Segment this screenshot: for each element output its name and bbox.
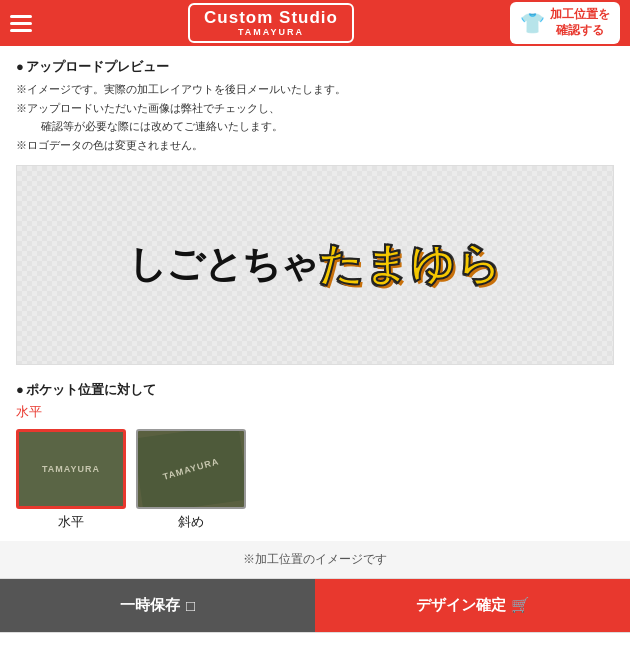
page-wrapper: Custom Studio TAMAYURA 👕 加工位置を確認する アップロー… xyxy=(0,0,630,645)
save-button-label: 一時保存 xyxy=(120,596,180,615)
price-bar: 加工金額 ¥ 9,390 (税込) xyxy=(0,632,630,645)
logo-text-container: しごとちゃ たまゆら xyxy=(128,235,502,294)
confirm-button-label: デザイン確定 xyxy=(416,596,506,615)
save-button[interactable]: 一時保存 □ xyxy=(0,579,315,632)
price-amount: 9,390 xyxy=(81,640,151,645)
main-content: アップロードプレビュー ※イメージです。実際の加工レイアウトを後日メールいたしま… xyxy=(0,46,630,531)
preview-area: しごとちゃ たまゆら xyxy=(16,165,614,365)
pocket-options: TAMAYURA 水平 TAMAYURA 斜め xyxy=(16,429,614,531)
bottom-area: 一時保存 □ デザイン確定 🛒 デザイン確定ボタンを クリック xyxy=(0,578,630,645)
logo-black-text: しごとちゃ xyxy=(128,239,318,290)
pocket-option-diagonal-img: TAMAYURA xyxy=(136,429,246,509)
pocket-option-horizontal-img: TAMAYURA xyxy=(16,429,126,509)
notice-line-3: 確認等が必要な際には改めてご連絡いたします。 xyxy=(16,117,614,136)
upload-preview-title: アップロードプレビュー xyxy=(16,58,614,76)
pocket-text-overlay-2: TAMAYURA xyxy=(162,456,221,482)
pocket-text-overlay-1: TAMAYURA xyxy=(42,464,100,474)
pocket-option-diagonal-label: 斜め xyxy=(178,513,204,531)
cart-icon: 🛒 xyxy=(511,596,530,614)
pocket-section: ポケット位置に対して 水平 TAMAYURA 水平 TAMA xyxy=(16,381,614,531)
pocket-sublabel: 水平 xyxy=(16,403,614,421)
notice-line-1: ※イメージです。実際の加工レイアウトを後日メールいたします。 xyxy=(16,80,614,99)
header: Custom Studio TAMAYURA 👕 加工位置を確認する xyxy=(0,0,630,46)
image-note: ※加工位置のイメージです xyxy=(0,541,630,578)
logo-yellow-text: たまゆら xyxy=(318,235,502,294)
header-logo: Custom Studio TAMAYURA xyxy=(188,3,354,44)
preview-inner: しごとちゃ たまゆら xyxy=(17,167,613,362)
pocket-option-diagonal[interactable]: TAMAYURA 斜め xyxy=(136,429,246,531)
notice-line-2: ※アップロードいただいた画像は弊社でチェックし、 xyxy=(16,99,614,118)
upload-preview-section: アップロードプレビュー ※イメージです。実際の加工レイアウトを後日メールいたしま… xyxy=(16,58,614,365)
confirm-button-wrapper: デザイン確定 🛒 デザイン確定ボタンを クリック xyxy=(315,579,630,632)
notice-line-4: ※ロゴデータの色は変更されません。 xyxy=(16,136,614,155)
logo-main-text: Custom Studio xyxy=(204,9,338,28)
shirt-icon: 👕 xyxy=(520,10,545,36)
notice-text: ※イメージです。実際の加工レイアウトを後日メールいたします。 ※アップロードいた… xyxy=(16,80,614,155)
pocket-option-horizontal-label: 水平 xyxy=(58,513,84,531)
menu-icon[interactable] xyxy=(10,15,32,32)
pocket-fabric-diagonal: TAMAYURA xyxy=(136,429,246,509)
logo-sub-text: TAMAYURA xyxy=(204,27,338,37)
bottom-buttons: 一時保存 □ デザイン確定 🛒 デザイン確定ボタンを クリック xyxy=(0,578,630,632)
header-confirm-button[interactable]: 👕 加工位置を確認する xyxy=(510,2,620,43)
header-confirm-text: 加工位置を確認する xyxy=(550,7,610,38)
pocket-fabric-horizontal: TAMAYURA xyxy=(19,432,123,506)
save-icon: □ xyxy=(186,597,195,614)
pocket-section-title: ポケット位置に対して xyxy=(16,381,614,399)
pocket-option-horizontal[interactable]: TAMAYURA 水平 xyxy=(16,429,126,531)
confirm-button[interactable]: デザイン確定 🛒 xyxy=(315,579,630,632)
